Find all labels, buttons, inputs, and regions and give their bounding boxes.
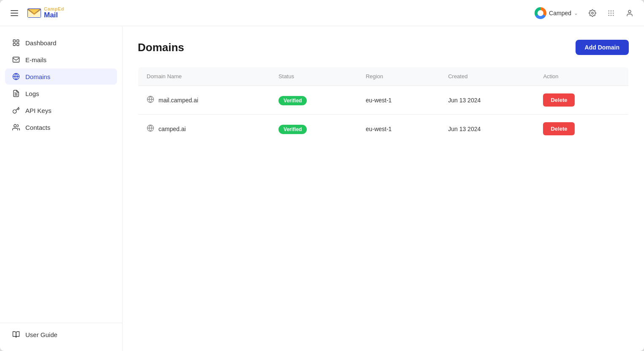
col-domain-name: Domain Name [138,67,270,86]
svg-rect-15 [13,44,15,46]
add-domain-button[interactable]: Add Domain [576,40,629,55]
sidebar-label-logs: Logs [25,90,39,97]
sidebar-label-emails: E-mails [25,56,46,63]
org-selector[interactable]: Camped ⌄ [531,5,581,21]
svg-point-4 [611,10,611,11]
cell-created: Jun 13 2024 [439,86,535,115]
col-region: Region [357,67,439,86]
svg-point-11 [613,15,614,16]
table-header-row: Domain Name Status Region Created Action [138,67,629,86]
svg-point-2 [592,12,594,14]
cell-status: Verified [270,115,357,143]
dashboard-icon [12,39,20,47]
cell-domain-name: mail.camped.ai [138,86,270,115]
topbar-left: CampEd Mail [7,5,64,21]
mail-icon [12,56,20,63]
domains-table: Domain Name Status Region Created Action [138,67,629,143]
svg-point-5 [613,10,614,11]
main-content: Domains Add Domain Domain Name Status Re… [123,26,644,351]
app-frame: CampEd Mail Camped ⌄ [0,0,644,351]
domain-name-text: camped.ai [158,126,186,132]
col-status: Status [270,67,357,86]
svg-point-6 [609,12,609,13]
delete-button[interactable]: Delete [543,93,575,107]
sidebar-label-domains: Domains [25,73,50,80]
sidebar-item-user-guide[interactable]: User Guide [5,326,117,343]
sidebar-label-dashboard: Dashboard [25,39,56,47]
file-icon [12,90,20,97]
sidebar-nav: Dashboard E-mails [0,31,122,323]
domain-name-text: mail.camped.ai [158,97,198,104]
logo-mail-text: Mail [44,11,64,19]
svg-point-10 [611,15,611,16]
sidebar-bottom: User Guide [0,323,122,346]
page-header: Domains Add Domain [138,40,629,55]
sidebar-item-emails[interactable]: E-mails [5,52,117,68]
org-name-label: Camped [549,10,571,16]
logo: CampEd Mail [27,6,64,19]
user-button[interactable] [622,5,637,21]
verified-badge: Verified [278,125,307,134]
gear-icon [589,9,596,17]
cell-domain-name: camped.ai [138,115,270,143]
contacts-icon [12,123,20,131]
globe-icon [12,73,20,80]
svg-rect-17 [13,57,19,62]
settings-button[interactable] [585,5,600,21]
col-action: Action [535,67,628,86]
svg-rect-14 [17,40,19,42]
apps-button[interactable] [603,5,619,21]
domain-name-cell: camped.ai [147,124,262,134]
book-icon [12,331,20,338]
sidebar-label-api-keys: API Keys [25,107,52,114]
cell-region: eu-west-1 [357,86,439,115]
sidebar-item-logs[interactable]: Logs [5,85,117,101]
page-title: Domains [138,41,184,54]
svg-point-8 [613,12,614,13]
cell-created: Jun 13 2024 [439,115,535,143]
sidebar-item-api-keys[interactable]: API Keys [5,102,117,118]
svg-point-7 [611,12,611,13]
chevron-down-icon: ⌄ [574,10,578,16]
svg-point-12 [628,10,631,13]
table-row: mail.camped.ai Verifiedeu-west-1Jun 13 2… [138,86,629,115]
sidebar-item-dashboard[interactable]: Dashboard [5,35,117,51]
col-created: Created [439,67,535,86]
svg-point-3 [609,10,609,11]
sidebar-label-contacts: Contacts [25,124,50,131]
org-logo [535,7,546,19]
svg-rect-16 [17,44,19,46]
user-icon [626,9,633,17]
svg-rect-13 [13,40,15,42]
cell-region: eu-west-1 [357,115,439,143]
globe-row-icon [147,96,154,105]
delete-button[interactable]: Delete [543,122,575,135]
svg-point-22 [14,124,16,127]
sidebar: Dashboard E-mails [0,26,123,351]
menu-button[interactable] [7,5,22,21]
globe-row-icon [147,124,154,134]
logo-icon [27,7,41,19]
topbar: CampEd Mail Camped ⌄ [0,0,644,26]
key-icon [12,107,20,114]
hamburger-icon [11,10,18,16]
svg-point-9 [609,15,609,16]
cell-action: Delete [535,115,628,143]
sidebar-item-contacts[interactable]: Contacts [5,119,117,135]
cell-action: Delete [535,86,628,115]
body-area: Dashboard E-mails [0,26,644,351]
logo-text: CampEd Mail [44,6,64,19]
grid-dots-icon [607,9,615,17]
topbar-right: Camped ⌄ [531,5,637,21]
verified-badge: Verified [278,96,307,105]
sidebar-label-user-guide: User Guide [25,331,57,338]
table-row: camped.ai Verifiedeu-west-1Jun 13 2024De… [138,115,629,143]
domain-name-cell: mail.camped.ai [147,96,262,105]
cell-status: Verified [270,86,357,115]
sidebar-item-domains[interactable]: Domains [5,69,117,85]
